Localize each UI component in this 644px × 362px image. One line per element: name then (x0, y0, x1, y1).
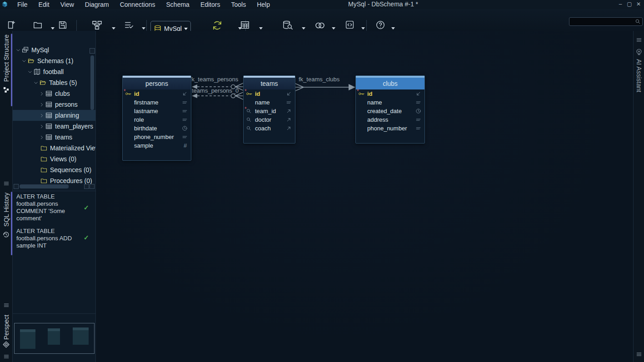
column-row[interactable]: role (123, 115, 191, 124)
explorer-dropdown-caret[interactable] (302, 27, 305, 30)
global-search-input[interactable] (569, 19, 635, 25)
column-row[interactable]: phone_number (123, 133, 191, 141)
scrollbar-button[interactable] (90, 48, 95, 54)
splitter-handle-icon[interactable] (3, 302, 10, 309)
column-row[interactable]: lastname (123, 107, 191, 115)
type-dropdown-caret[interactable] (142, 27, 145, 30)
column-row[interactable]: name (244, 98, 295, 107)
tree-item-persons[interactable]: persons (13, 99, 95, 110)
scrollbar-button[interactable] (84, 184, 89, 189)
menu-help[interactable]: Help (251, 0, 275, 9)
tree-item-planning[interactable]: planning (13, 110, 95, 121)
diagram-dropdown-caret[interactable] (112, 27, 115, 30)
chevron-down-icon[interactable] (15, 47, 21, 53)
column-row[interactable]: name (356, 98, 424, 107)
tree-item-materialized-views[interactable]: Materialized Views (0) (13, 143, 95, 154)
column-row[interactable]: * team_id (244, 107, 295, 115)
tree-item-tables[interactable]: Tables (5) (13, 77, 95, 88)
chevron-right-icon[interactable] (39, 113, 45, 119)
column-name: name (255, 99, 286, 106)
splitter-handle-icon[interactable] (3, 353, 10, 360)
window-controls: – ▢ ✕ (616, 0, 643, 8)
column-row[interactable]: sample # (123, 141, 191, 150)
splitter-handle-icon[interactable] (3, 180, 10, 187)
table-title: persons (123, 78, 191, 89)
menu-tools[interactable]: Tools (225, 0, 251, 9)
column-row[interactable]: coach (244, 124, 295, 133)
menu-diagram[interactable]: Diagram (80, 0, 115, 9)
column-row[interactable]: birthdate (123, 124, 191, 133)
minimap[interactable] (14, 323, 95, 354)
table-header[interactable]: teams (244, 76, 295, 89)
column-row[interactable]: firstname (123, 98, 191, 107)
tree-item-football[interactable]: football (13, 66, 95, 77)
chevron-down-icon[interactable] (21, 58, 27, 64)
diagram-canvas[interactable]: fk_teams_persons teams_persons_0 fk_team… (95, 31, 633, 362)
chevron-right-icon[interactable] (39, 91, 45, 97)
column-row[interactable]: phone_number (356, 124, 424, 133)
vertical-scrollbar-thumb[interactable] (90, 55, 94, 110)
tree-item-mysql[interactable]: MySql (13, 45, 95, 55)
chevron-right-icon[interactable] (39, 102, 45, 108)
tree-item-team-players[interactable]: team_players (13, 121, 95, 132)
sql-history-panel: ALTER TABLE football.persons COMMENT 'So… (13, 191, 95, 313)
editor-dropdown-caret[interactable] (361, 27, 365, 30)
maximize-button[interactable]: ▢ (625, 0, 634, 8)
minimize-button[interactable]: – (616, 0, 625, 8)
column-row[interactable]: doctor (244, 115, 295, 124)
sql-history-entry[interactable]: ALTER TABLE football.persons COMMENT 'So… (16, 193, 84, 222)
menu-schema[interactable]: Schema (161, 0, 195, 9)
perspective-panel-tab[interactable]: Perspective (3, 314, 10, 340)
fk-in-arrow-icon (286, 91, 292, 97)
relation-label[interactable]: teams_persons_0 (192, 87, 239, 94)
menu-view[interactable]: View (55, 0, 80, 9)
tree-item-teams[interactable]: teams (13, 132, 95, 143)
text-type-icon (182, 117, 188, 123)
sql-history-entry[interactable]: ALTER TABLE football.persons ADD sample … (16, 228, 84, 249)
column-row[interactable]: created_date (356, 107, 424, 115)
hierarchy-icon (3, 86, 10, 93)
query-dropdown-caret[interactable] (332, 27, 335, 30)
scrollbar-button[interactable] (14, 184, 19, 189)
chevron-right-icon[interactable] (39, 124, 45, 129)
chevron-right-icon[interactable] (39, 134, 45, 140)
tree-item-sequences[interactable]: Sequences (0) (13, 164, 95, 175)
menu-edit[interactable]: Edit (33, 0, 55, 9)
chevron-down-icon[interactable] (33, 80, 39, 86)
close-button[interactable]: ✕ (634, 0, 643, 8)
help-dropdown-caret[interactable] (391, 27, 395, 30)
tree-label: Sequences (0) (50, 166, 91, 174)
column-row[interactable]: * id (244, 89, 295, 98)
text-type-icon (182, 99, 188, 105)
table-header[interactable]: persons (123, 76, 191, 89)
splitter-handle-icon[interactable] (635, 36, 643, 44)
minimap-table (20, 329, 35, 349)
menu-editors[interactable]: Editors (195, 0, 226, 9)
code-icon (345, 20, 354, 30)
column-row[interactable]: * id (356, 89, 424, 98)
menu-file[interactable]: File (12, 0, 33, 9)
tree-item-schemas[interactable]: Schemas (1) (13, 55, 95, 66)
relation-label[interactable]: fk_teams_clubs (299, 76, 339, 83)
ai-assistant-panel-tab[interactable]: AI Assistant (635, 59, 643, 92)
menu-connections[interactable]: Connections (115, 0, 161, 9)
tree-item-clubs[interactable]: clubs (13, 88, 95, 99)
column-row[interactable]: * id (123, 89, 191, 98)
table-persons[interactable]: persons * id firstname lastname role bir… (122, 75, 191, 161)
required-marker: * (245, 106, 247, 112)
sql-history-panel-tab[interactable]: SQL History (3, 193, 10, 227)
column-row[interactable]: address (356, 115, 424, 124)
tree-item-views[interactable]: Views (0) (13, 154, 95, 164)
chevron-down-icon[interactable] (27, 69, 33, 75)
table-header[interactable]: clubs (356, 76, 424, 89)
splitter-handle-icon[interactable] (635, 351, 643, 358)
table-clubs[interactable]: clubs * id name created_date address pho… (355, 75, 425, 144)
check-icon: ✓ (84, 204, 89, 211)
connection-dropdown-caret (184, 28, 188, 30)
table-teams[interactable]: teams * id name * team_id doctor coach (243, 75, 295, 144)
scrollbar-button[interactable] (90, 184, 95, 189)
relation-label[interactable]: fk_teams_persons (190, 76, 238, 83)
horizontal-scrollbar-thumb[interactable] (20, 184, 69, 188)
table-dropdown-caret[interactable] (259, 27, 263, 30)
project-structure-panel-tab[interactable]: Project Structure (3, 35, 10, 82)
